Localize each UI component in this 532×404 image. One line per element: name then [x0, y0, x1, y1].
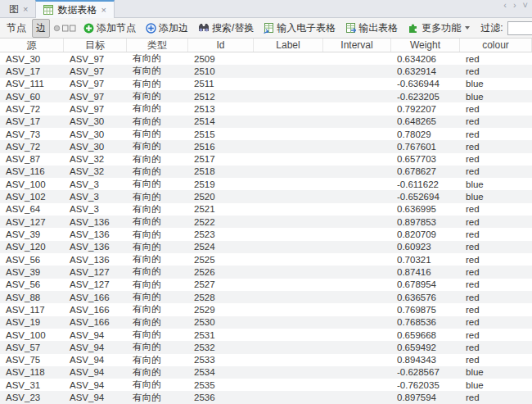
- table-row[interactable]: ASV_72ASV_30有向的25160.767601red: [0, 140, 532, 152]
- table-cell-id[interactable]: 2524: [188, 241, 254, 253]
- table-cell-target[interactable]: ASV_94: [64, 341, 127, 353]
- table-row[interactable]: ASV_75ASV_94有向的25330.894343red: [0, 354, 532, 366]
- table-cell-interval[interactable]: [323, 116, 391, 128]
- table-cell-label[interactable]: [254, 166, 323, 178]
- table-cell-label[interactable]: [254, 341, 323, 353]
- table-cell-label[interactable]: [254, 190, 323, 202]
- table-cell-label[interactable]: [254, 52, 323, 65]
- table-cell-type[interactable]: 有向的: [127, 266, 188, 278]
- table-cell-weight[interactable]: -0.628567: [391, 366, 460, 379]
- table-cell-weight[interactable]: 0.632914: [391, 65, 460, 77]
- table-cell-id[interactable]: 2530: [188, 316, 254, 329]
- table-cell-source[interactable]: ASV_56: [0, 253, 64, 266]
- table-row[interactable]: ASV_64ASV_3有向的25210.636995red: [0, 203, 532, 216]
- table-cell-id[interactable]: 2517: [188, 153, 254, 166]
- table-cell-interval[interactable]: [323, 253, 391, 266]
- table-cell-colour[interactable]: red: [460, 128, 532, 140]
- table-cell-type[interactable]: 有向的: [127, 354, 188, 366]
- table-cell-target[interactable]: ASV_97: [64, 52, 127, 65]
- table-cell-weight[interactable]: 0.78029: [391, 128, 460, 140]
- table-cell-label[interactable]: [254, 203, 323, 216]
- table-cell-id[interactable]: 2516: [188, 140, 254, 152]
- table-cell-target[interactable]: ASV_94: [64, 379, 127, 391]
- table-cell-target[interactable]: ASV_3: [64, 190, 127, 202]
- table-cell-interval[interactable]: [323, 329, 391, 341]
- table-cell-type[interactable]: 有向的: [127, 279, 188, 291]
- table-row[interactable]: ASV_30ASV_97有向的25090.634206red: [0, 52, 532, 65]
- table-cell-label[interactable]: [254, 116, 323, 128]
- nodes-view-button[interactable]: 节点: [2, 19, 30, 38]
- table-cell-source[interactable]: ASV_127: [0, 216, 64, 228]
- table-cell-colour[interactable]: blue: [460, 190, 532, 202]
- table-cell-id[interactable]: 2512: [188, 90, 254, 102]
- table-cell-target[interactable]: ASV_136: [64, 253, 127, 266]
- table-cell-id[interactable]: 2532: [188, 341, 254, 353]
- table-cell-target[interactable]: ASV_136: [64, 216, 127, 228]
- table-cell-source[interactable]: ASV_72: [0, 140, 64, 152]
- table-cell-colour[interactable]: red: [460, 253, 532, 266]
- table-cell-source[interactable]: ASV_56: [0, 279, 64, 291]
- table-cell-interval[interactable]: [323, 52, 391, 65]
- table-cell-interval[interactable]: [323, 228, 391, 240]
- table-cell-type[interactable]: 有向的: [127, 178, 188, 190]
- table-cell-target[interactable]: ASV_94: [64, 391, 127, 403]
- table-cell-source[interactable]: ASV_60: [0, 90, 64, 102]
- table-cell-weight[interactable]: 0.769875: [391, 303, 460, 315]
- column-header-weight[interactable]: Weight: [391, 39, 460, 52]
- table-cell-weight[interactable]: 0.60923: [391, 241, 460, 253]
- table-cell-colour[interactable]: red: [460, 216, 532, 228]
- table-cell-colour[interactable]: blue: [460, 78, 532, 90]
- table-cell-source[interactable]: ASV_57: [0, 341, 64, 353]
- table-cell-interval[interactable]: [323, 216, 391, 228]
- table-cell-interval[interactable]: [323, 90, 391, 102]
- table-row[interactable]: ASV_39ASV_127有向的25260.87416red: [0, 266, 532, 278]
- table-cell-type[interactable]: 有向的: [127, 190, 188, 202]
- tab-list-chevron-icon[interactable]: ˅: [523, 1, 528, 10]
- table-cell-colour[interactable]: red: [460, 241, 532, 253]
- table-cell-colour[interactable]: red: [460, 266, 532, 278]
- table-cell-label[interactable]: [254, 391, 323, 403]
- table-cell-target[interactable]: ASV_136: [64, 241, 127, 253]
- table-row[interactable]: ASV_31ASV_94有向的2535-0.762035blue: [0, 379, 532, 391]
- table-row[interactable]: ASV_57ASV_94有向的25320.659492red: [0, 341, 532, 353]
- table-cell-source[interactable]: ASV_39: [0, 266, 64, 278]
- table-cell-interval[interactable]: [323, 241, 391, 253]
- table-cell-id[interactable]: 2519: [188, 178, 254, 190]
- table-cell-weight[interactable]: 0.659492: [391, 341, 460, 353]
- edges-view-button[interactable]: 边: [32, 19, 50, 38]
- export-table-button[interactable]: 输出表格: [341, 19, 402, 38]
- table-row[interactable]: ASV_100ASV_94有向的25310.659668red: [0, 329, 532, 341]
- table-cell-target[interactable]: ASV_30: [64, 140, 127, 152]
- table-cell-type[interactable]: 有向的: [127, 65, 188, 77]
- table-cell-label[interactable]: [254, 354, 323, 366]
- table-cell-target[interactable]: ASV_30: [64, 128, 127, 140]
- table-cell-weight[interactable]: 0.70321: [391, 253, 460, 266]
- table-cell-target[interactable]: ASV_97: [64, 102, 127, 115]
- table-row[interactable]: ASV_117ASV_166有向的25290.769875red: [0, 303, 532, 315]
- table-cell-type[interactable]: 有向的: [127, 128, 188, 140]
- column-header-source[interactable]: 源: [0, 39, 64, 52]
- table-cell-interval[interactable]: [323, 65, 391, 77]
- table-cell-interval[interactable]: [323, 379, 391, 391]
- table-cell-target[interactable]: ASV_3: [64, 203, 127, 216]
- table-cell-label[interactable]: [254, 241, 323, 253]
- table-cell-source[interactable]: ASV_72: [0, 102, 64, 115]
- table-cell-id[interactable]: 2526: [188, 266, 254, 278]
- column-header-colour[interactable]: colour: [460, 39, 532, 52]
- table-cell-id[interactable]: 2513: [188, 102, 254, 115]
- table-cell-source[interactable]: ASV_100: [0, 329, 64, 341]
- table-row[interactable]: ASV_111ASV_97有向的2511-0.636944blue: [0, 78, 532, 90]
- table-row[interactable]: ASV_39ASV_136有向的25230.820709red: [0, 228, 532, 240]
- table-cell-target[interactable]: ASV_136: [64, 228, 127, 240]
- table-cell-type[interactable]: 有向的: [127, 391, 188, 403]
- table-cell-source[interactable]: ASV_17: [0, 65, 64, 77]
- filter-input[interactable]: [507, 21, 532, 35]
- table-row[interactable]: ASV_72ASV_97有向的25130.792207red: [0, 102, 532, 115]
- table-cell-target[interactable]: ASV_94: [64, 366, 127, 379]
- table-cell-weight[interactable]: 0.678954: [391, 279, 460, 291]
- table-row[interactable]: ASV_73ASV_30有向的25150.78029red: [0, 128, 532, 140]
- table-cell-id[interactable]: 2515: [188, 128, 254, 140]
- table-cell-target[interactable]: ASV_94: [64, 354, 127, 366]
- table-cell-label[interactable]: [254, 216, 323, 228]
- table-cell-label[interactable]: [254, 102, 323, 115]
